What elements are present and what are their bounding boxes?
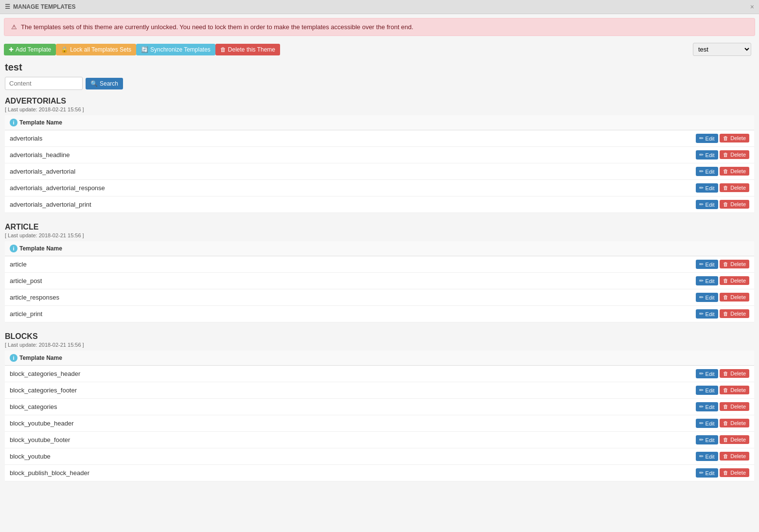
- edit-button[interactable]: ✏ Edit: [696, 309, 718, 319]
- trash-icon: 🗑: [723, 261, 728, 267]
- alert-banner: ⚠ The templates sets of this theme are c…: [4, 18, 755, 36]
- edit-label: Edit: [706, 169, 715, 175]
- section-meta-article: [ Last update: 2018-02-21 15:56 ]: [5, 232, 754, 238]
- edit-button[interactable]: ✏ Edit: [696, 134, 718, 143]
- pencil-icon: ✏: [699, 453, 704, 460]
- col-header-actions-article: [691, 241, 754, 256]
- table-row: advertorials_advertorial_print ✏ Edit 🗑 …: [5, 196, 754, 213]
- edit-button[interactable]: ✏ Edit: [696, 276, 718, 285]
- trash-icon: 🗑: [723, 185, 728, 191]
- edit-button[interactable]: ✏ Edit: [696, 150, 718, 160]
- table-row: block_youtube_header ✏ Edit 🗑 Delete: [5, 415, 754, 432]
- search-input[interactable]: [5, 77, 83, 90]
- delete-label: Delete: [730, 371, 746, 376]
- delete-button[interactable]: 🗑 Delete: [720, 435, 749, 444]
- edit-label: Edit: [706, 421, 715, 426]
- edit-button[interactable]: ✏ Edit: [696, 369, 718, 378]
- template-actions-cell: ✏ Edit 🗑 Delete: [691, 180, 754, 196]
- trash-icon: 🗑: [723, 404, 728, 409]
- window-icon: ☰: [5, 3, 10, 10]
- trash-icon: 🗑: [723, 294, 728, 300]
- pencil-icon: ✏: [699, 278, 704, 284]
- section-title-advertorials: ADVERTORIALS: [5, 97, 754, 106]
- template-name-cell: advertorials_headline: [5, 147, 691, 163]
- edit-button[interactable]: ✏ Edit: [696, 200, 718, 209]
- search-button[interactable]: 🔍 Search: [86, 78, 123, 89]
- delete-button[interactable]: 🗑 Delete: [720, 260, 749, 268]
- edit-button[interactable]: ✏ Edit: [696, 468, 718, 478]
- edit-label: Edit: [706, 404, 715, 410]
- table-row: article_post ✏ Edit 🗑 Delete: [5, 273, 754, 289]
- edit-button[interactable]: ✏ Edit: [696, 183, 718, 193]
- delete-label: Delete: [730, 420, 746, 426]
- delete-button[interactable]: 🗑 Delete: [720, 167, 749, 176]
- edit-label: Edit: [706, 262, 715, 267]
- delete-button[interactable]: 🗑 Delete: [720, 402, 749, 411]
- search-button-label: Search: [100, 80, 118, 87]
- table-article: iTemplate Namearticle ✏ Edit 🗑 Delete ar…: [5, 241, 754, 322]
- search-row: 🔍 Search: [5, 77, 754, 90]
- table-row: article_print ✏ Edit 🗑 Delete: [5, 306, 754, 322]
- delete-button[interactable]: 🗑 Delete: [720, 183, 749, 192]
- col-header-actions-blocks: [691, 351, 754, 366]
- template-name-cell: advertorials: [5, 130, 691, 147]
- edit-button[interactable]: ✏ Edit: [696, 386, 718, 395]
- pencil-icon: ✏: [699, 311, 704, 317]
- delete-button[interactable]: 🗑 Delete: [720, 468, 749, 477]
- trash-icon: 🗑: [220, 46, 226, 53]
- delete-theme-button[interactable]: 🗑 Delete this Theme: [215, 44, 280, 55]
- delete-button[interactable]: 🗑 Delete: [720, 386, 749, 394]
- template-name-cell: advertorials_advertorial: [5, 163, 691, 180]
- toolbar: ✚ Add Template 🔒 Lock all Templates Sets…: [0, 40, 759, 59]
- trash-icon: 🗑: [723, 420, 728, 426]
- section-blocks: BLOCKS[ Last update: 2018-02-21 15:56 ]i…: [5, 332, 754, 481]
- close-icon[interactable]: ×: [750, 3, 754, 11]
- edit-button[interactable]: ✏ Edit: [696, 435, 718, 444]
- template-name-cell: block_youtube_footer: [5, 432, 691, 448]
- section-title-blocks: BLOCKS: [5, 332, 754, 341]
- edit-button[interactable]: ✏ Edit: [696, 452, 718, 461]
- delete-label: Delete: [730, 437, 746, 443]
- window-title: ☰ MANAGE TEMPLATES: [5, 3, 75, 10]
- trash-icon: 🗑: [723, 135, 728, 141]
- lock-all-button[interactable]: 🔒 Lock all Templates Sets: [56, 44, 136, 55]
- template-actions-cell: ✏ Edit 🗑 Delete: [691, 289, 754, 306]
- delete-button[interactable]: 🗑 Delete: [720, 419, 749, 427]
- delete-button[interactable]: 🗑 Delete: [720, 150, 749, 159]
- template-actions-cell: ✏ Edit 🗑 Delete: [691, 163, 754, 180]
- edit-button[interactable]: ✏ Edit: [696, 402, 718, 411]
- add-template-button[interactable]: ✚ Add Template: [4, 44, 56, 55]
- edit-label: Edit: [706, 278, 715, 284]
- delete-button[interactable]: 🗑 Delete: [720, 200, 749, 209]
- window-title-text: MANAGE TEMPLATES: [13, 3, 75, 10]
- edit-button[interactable]: ✏ Edit: [696, 167, 718, 176]
- delete-button[interactable]: 🗑 Delete: [720, 369, 749, 378]
- template-actions-cell: ✏ Edit 🗑 Delete: [691, 399, 754, 415]
- edit-button[interactable]: ✏ Edit: [696, 419, 718, 428]
- table-row: article ✏ Edit 🗑 Delete: [5, 256, 754, 273]
- trash-icon: 🗑: [723, 311, 728, 317]
- synchronize-button[interactable]: 🔄 Synchronize Templates: [136, 44, 215, 55]
- delete-button[interactable]: 🗑 Delete: [720, 309, 749, 318]
- delete-button[interactable]: 🗑 Delete: [720, 276, 749, 285]
- pencil-icon: ✏: [699, 261, 704, 267]
- pencil-icon: ✏: [699, 168, 704, 175]
- edit-label: Edit: [706, 470, 715, 476]
- table-row: block_categories_header ✏ Edit 🗑 Delete: [5, 366, 754, 382]
- pencil-icon: ✏: [699, 470, 704, 476]
- table-row: block_publish_block_header ✏ Edit 🗑 Dele…: [5, 465, 754, 481]
- template-actions-cell: ✏ Edit 🗑 Delete: [691, 465, 754, 481]
- lock-icon: 🔒: [61, 46, 68, 53]
- theme-selector[interactable]: test: [693, 43, 751, 56]
- delete-button[interactable]: 🗑 Delete: [720, 293, 749, 301]
- edit-label: Edit: [706, 371, 715, 377]
- template-name-cell: block_youtube: [5, 448, 691, 465]
- edit-button[interactable]: ✏ Edit: [696, 260, 718, 269]
- delete-button[interactable]: 🗑 Delete: [720, 134, 749, 142]
- delete-button[interactable]: 🗑 Delete: [720, 452, 749, 461]
- table-row: article_responses ✏ Edit 🗑 Delete: [5, 289, 754, 306]
- pencil-icon: ✏: [699, 185, 704, 191]
- edit-button[interactable]: ✏ Edit: [696, 293, 718, 302]
- delete-theme-label: Delete this Theme: [228, 46, 275, 53]
- pencil-icon: ✏: [699, 294, 704, 301]
